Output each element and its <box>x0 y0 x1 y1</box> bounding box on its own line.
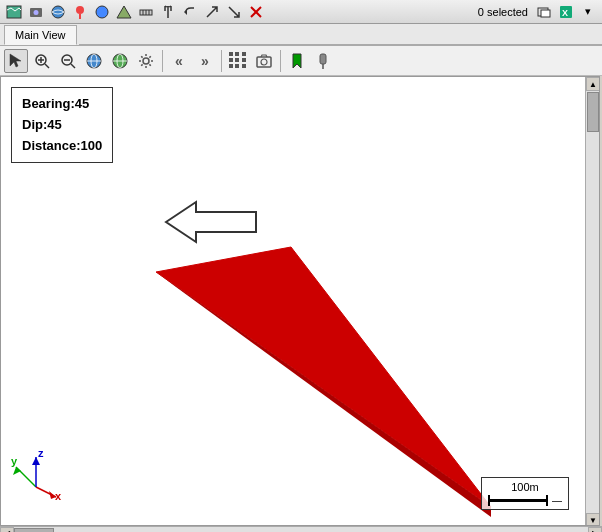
main-view-tab[interactable]: Main View <box>4 25 77 45</box>
scrollbar-right[interactable]: ▲ ▼ <box>585 77 599 526</box>
bookmark-tool[interactable] <box>285 49 309 73</box>
close-icon[interactable] <box>246 2 266 22</box>
gear-tool[interactable] <box>134 49 158 73</box>
arrow-ne-icon[interactable] <box>202 2 222 22</box>
svg-rect-16 <box>541 10 550 17</box>
scroll-track[interactable] <box>14 528 588 533</box>
svg-marker-42 <box>13 467 21 475</box>
svg-text:X: X <box>562 8 568 18</box>
next-tool[interactable]: » <box>193 49 217 73</box>
pin-icon[interactable] <box>70 2 90 22</box>
viewport-container: Bearing:45 Dip:45 Distance:100 y x <box>0 76 602 526</box>
trident-icon[interactable] <box>158 2 178 22</box>
svg-point-4 <box>76 6 84 14</box>
dip-label: Dip:45 <box>22 115 102 136</box>
svg-marker-40 <box>166 202 256 242</box>
scale-bar-line-char: — <box>552 495 562 506</box>
pin-tool[interactable] <box>311 49 335 73</box>
bearing-label: Bearing:45 <box>22 94 102 115</box>
scroll-down-button[interactable]: ▼ <box>586 513 600 526</box>
scale-label: 100m <box>488 481 562 493</box>
svg-point-35 <box>261 59 267 65</box>
zoom-in-tool[interactable] <box>30 49 54 73</box>
svg-rect-36 <box>320 54 326 64</box>
camera-icon[interactable] <box>26 2 46 22</box>
second-toolbar: « » <box>0 46 602 76</box>
svg-line-23 <box>45 64 49 68</box>
svg-point-2 <box>34 10 39 15</box>
excel-icon[interactable]: X <box>556 2 576 22</box>
axis-indicator: y x z <box>11 447 71 505</box>
toolbar-separator <box>162 50 163 72</box>
svg-text:z: z <box>38 447 44 459</box>
mountain-icon[interactable] <box>114 2 134 22</box>
globe-tool[interactable] <box>82 49 106 73</box>
blue-circle-icon[interactable] <box>92 2 112 22</box>
tab-bar: Main View <box>0 24 602 46</box>
prev-tool[interactable]: « <box>167 49 191 73</box>
arrow-se-icon[interactable] <box>224 2 244 22</box>
scale-bar: 100m — <box>481 477 569 510</box>
select-tool[interactable] <box>4 49 28 73</box>
undo-icon[interactable] <box>180 2 200 22</box>
dropdown-arrow-icon[interactable]: ▾ <box>578 2 598 22</box>
info-box: Bearing:45 Dip:45 Distance:100 <box>11 87 113 163</box>
selected-count: 0 selected <box>474 6 532 18</box>
scroll-left-button[interactable]: ◀ <box>0 527 14 533</box>
svg-marker-38 <box>156 247 491 507</box>
toolbar-separator2 <box>221 50 222 72</box>
scroll-thumb[interactable] <box>587 92 599 132</box>
arrow-annotation <box>161 197 261 250</box>
svg-point-6 <box>96 6 108 18</box>
scroll-up-button[interactable]: ▲ <box>586 77 600 91</box>
svg-point-3 <box>52 6 64 18</box>
svg-marker-19 <box>10 54 21 67</box>
grid-tool[interactable] <box>226 49 250 73</box>
toolbar-separator3 <box>280 50 281 72</box>
map-icon[interactable] <box>4 2 24 22</box>
scroll-right-button[interactable]: ▶ <box>588 527 602 533</box>
svg-line-26 <box>71 64 75 68</box>
svg-text:y: y <box>11 455 18 467</box>
ruler-icon[interactable] <box>136 2 156 22</box>
svg-point-33 <box>143 58 149 64</box>
globe2-tool[interactable] <box>108 49 132 73</box>
scale-bar-rule <box>488 499 548 502</box>
svg-marker-7 <box>117 6 131 18</box>
main-viewport[interactable]: Bearing:45 Dip:45 Distance:100 y x <box>0 76 600 526</box>
scrollbar-bottom[interactable]: ◀ ▶ <box>0 526 602 532</box>
svg-marker-12 <box>184 9 187 15</box>
scroll-h-thumb[interactable] <box>14 528 54 533</box>
globe-icon[interactable] <box>48 2 68 22</box>
resize-icon[interactable] <box>534 2 554 22</box>
svg-text:x: x <box>55 490 62 502</box>
zoom-out-tool[interactable] <box>56 49 80 73</box>
distance-label: Distance:100 <box>22 136 102 157</box>
top-toolbar: 0 selected X ▾ <box>0 0 602 24</box>
camera-tool[interactable] <box>252 49 276 73</box>
